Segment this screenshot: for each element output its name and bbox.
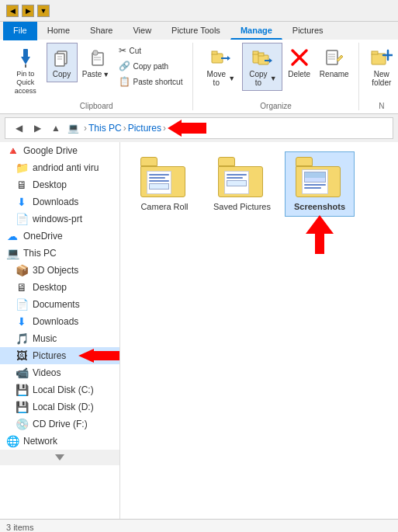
rename-icon [324,47,345,68]
sidebar-label-cd-drive: CD Drive (F:) [33,419,88,429]
sidebar-label-local-disk-d: Local Disk (D:) [33,402,94,412]
sidebar-item-cd-drive[interactable]: 💿 CD Drive (F:) [0,416,119,433]
sidebar-item-desktop-1[interactable]: 🖥 Desktop [0,176,119,193]
sidebar-label-documents: Documents [33,299,80,310]
svg-marker-31 [168,120,206,137]
sidebar-item-pictures[interactable]: 🖼 Pictures [0,347,119,364]
downloads-2-icon: ⬇ [16,315,28,328]
organize-group: Move to ▼ Copy to ▼ [193,43,358,110]
file-area: Camera Roll Saved Pictures [120,142,398,519]
svg-rect-28 [372,51,378,54]
sidebar-item-downloads-2[interactable]: ⬇ Downloads [0,313,119,330]
videos-icon: 📹 [16,367,28,379]
this-pc-icon: 💻 [6,247,19,259]
tab-view[interactable]: View [123,22,161,40]
andriod-icon: 📁 [16,162,28,174]
paste-shortcut-button[interactable]: 📋 Paste shortcut [115,74,187,89]
forward-button[interactable]: ▶ [29,120,46,137]
google-drive-icon: 🔺 [6,144,19,157]
sidebar-item-videos[interactable]: 📹 Videos [0,364,119,381]
copy-to-button[interactable]: Copy to ▼ [242,43,282,91]
pin-to-quick-access-button[interactable]: Pin to Quickaccess [6,43,45,99]
status-bar: 3 items [0,519,398,532]
sidebar-item-music[interactable]: 🎵 Music [0,330,119,347]
new-folder-icon [371,47,393,68]
screenshots-label: Screenshots [294,202,345,211]
sidebar-item-local-disk-d[interactable]: 💾 Local Disk (D:) [0,398,119,416]
sidebar-item-andriod[interactable]: 📁 andriod anti viru [0,159,119,176]
screenshots-paper-content [303,170,327,190]
path-this-pc[interactable]: This PC [88,123,122,134]
title-icon-1[interactable]: ◀ [6,5,19,17]
sidebar-label-desktop-1: Desktop [33,179,67,190]
folder-saved-pictures[interactable]: Saved Pictures [207,151,277,217]
paste-dropdown-arrow[interactable]: ▼ [102,71,109,78]
sidebar: 🔺 Google Drive 📁 andriod anti viru 🖥 Des… [0,142,120,519]
sidebar-label-downloads-1: Downloads [33,196,78,207]
network-icon: 🌐 [6,435,19,447]
local-disk-d-icon: 💾 [16,401,28,413]
clipboard-small-buttons: ✂ Cut 🔗 Copy path 📋 Paste shortcut [115,43,187,89]
sidebar-label-windows-prt: windows-prt [33,214,82,224]
camera-roll-icon-wrapper [140,157,189,197]
copy-path-button[interactable]: 🔗 Copy path [115,58,187,74]
copy-to-label: Copy to [247,70,269,87]
folder-camera-roll[interactable]: Camera Roll [130,151,199,217]
sidebar-item-network[interactable]: 🌐 Network [0,433,119,450]
new-folder-label: New folder [371,70,393,87]
folder-screenshots[interactable]: Screenshots [285,151,355,217]
sidebar-item-this-pc[interactable]: 💻 This PC [0,245,119,262]
sidebar-label-desktop-2: Desktop [33,282,67,293]
screenshots-icon-wrapper [296,157,344,197]
rename-button[interactable]: Rename [317,43,352,82]
screenshots-paper-image [304,172,326,183]
sidebar-item-windows-prt[interactable]: 📄 windows-prt [0,210,119,228]
copy-button[interactable]: Copy [47,43,78,82]
title-icon-3[interactable]: ▼ [37,5,50,17]
address-bar: ◀ ▶ ▲ 💻 › This PC › Pictures › [5,117,393,139]
screenshots-folder-tab [296,157,313,166]
tab-share[interactable]: Share [80,22,123,40]
sidebar-scroll-down[interactable] [0,450,119,465]
path-icon: 💻 [67,123,79,134]
ribbon-tabs: File Home Share View Picture Tools Manag… [0,22,398,40]
cut-button[interactable]: ✂ Cut [115,43,187,58]
new-folder-button[interactable]: New folder [365,43,398,91]
move-to-button[interactable]: Move to ▼ [199,43,241,91]
move-to-label: Move to [205,70,227,87]
screenshots-paper [302,169,328,194]
sidebar-item-documents[interactable]: 📄 Documents [0,296,119,313]
back-button[interactable]: ◀ [10,120,27,137]
camera-roll-paper [147,171,171,194]
address-path: 💻 › This PC › Pictures › [67,120,388,137]
sidebar-item-local-disk-c[interactable]: 💾 Local Disk (C:) [0,381,119,398]
tab-manage[interactable]: Manage [230,22,282,40]
up-button[interactable]: ▲ [47,120,64,137]
tab-pictures[interactable]: Pictures [282,22,334,40]
title-icon-2[interactable]: ▶ [22,5,34,17]
downloads-1-icon: ⬇ [16,196,28,208]
title-bar-icons: ◀ ▶ ▼ [6,5,50,17]
documents-icon: 📄 [16,298,28,311]
camera-roll-label: Camera Roll [140,202,188,211]
organize-group-label: Organize [260,99,292,110]
sidebar-item-downloads-1[interactable]: ⬇ Downloads [0,193,119,210]
sidebar-item-desktop-2[interactable]: 🖥 Desktop [0,279,119,296]
tab-file[interactable]: File [3,22,37,40]
path-pictures[interactable]: Pictures [128,123,161,134]
sidebar-item-onedrive[interactable]: ☁ OneDrive [0,228,119,245]
copy-path-label: Copy path [133,62,169,71]
sidebar-item-google-drive[interactable]: 🔺 Google Drive [0,142,119,159]
svg-marker-34 [306,215,334,254]
tab-home[interactable]: Home [37,22,80,40]
saved-pictures-label: Saved Pictures [213,202,271,211]
clipboard-buttons: Pin to Quickaccess Copy [6,43,186,99]
sidebar-item-3d-objects[interactable]: 📦 3D Objects [0,262,119,279]
pin-label: Pin to Quickaccess [12,70,40,95]
paste-button[interactable]: Paste ▼ [79,43,113,82]
tab-picture-tools[interactable]: Picture Tools [161,22,230,40]
nav-buttons: ◀ ▶ ▲ [10,120,64,137]
sidebar-label-local-disk-c: Local Disk (C:) [33,384,94,395]
delete-button[interactable]: Delete [284,43,315,82]
sidebar-label-downloads-2: Downloads [33,316,78,327]
